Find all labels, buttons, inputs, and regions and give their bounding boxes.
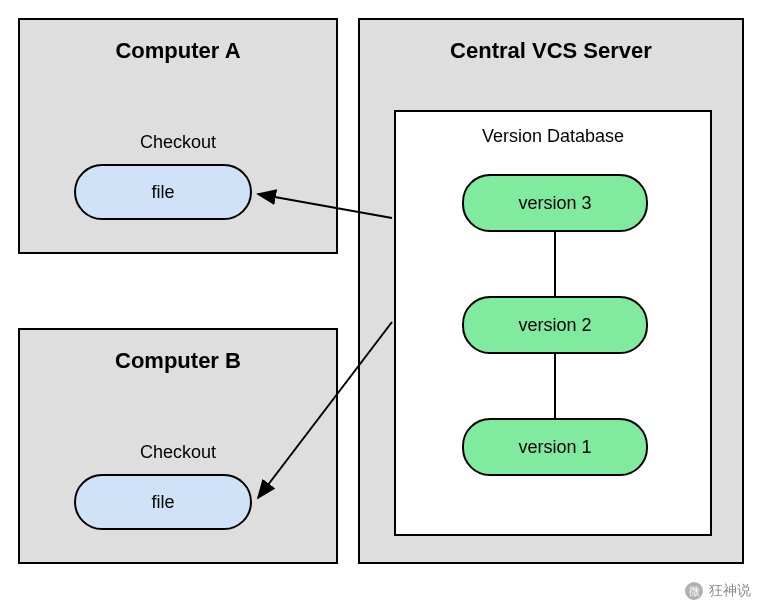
computer-b-file-pill: file xyxy=(74,474,252,530)
version-database-label: Version Database xyxy=(396,126,710,147)
version-database-box: Version Database version 3 version 2 ver… xyxy=(394,110,712,536)
computer-b-title: Computer B xyxy=(20,348,336,374)
computer-a-file-pill: file xyxy=(74,164,252,220)
computer-b-checkout-label: Checkout xyxy=(20,442,336,463)
computer-b-file-label: file xyxy=(151,492,174,513)
computer-a-title: Computer A xyxy=(20,38,336,64)
server-title: Central VCS Server xyxy=(360,38,742,64)
version-2-label: version 2 xyxy=(518,315,591,336)
computer-b-panel: Computer B Checkout file xyxy=(18,328,338,564)
watermark-text: 狂神说 xyxy=(709,582,751,600)
connector-v3-v2 xyxy=(554,232,556,296)
watermark: 微 狂神说 xyxy=(685,582,751,600)
version-3-pill: version 3 xyxy=(462,174,648,232)
computer-a-panel: Computer A Checkout file xyxy=(18,18,338,254)
computer-a-file-label: file xyxy=(151,182,174,203)
version-1-pill: version 1 xyxy=(462,418,648,476)
version-1-label: version 1 xyxy=(518,437,591,458)
version-3-label: version 3 xyxy=(518,193,591,214)
wechat-icon: 微 xyxy=(685,582,703,600)
server-panel: Central VCS Server Version Database vers… xyxy=(358,18,744,564)
version-2-pill: version 2 xyxy=(462,296,648,354)
connector-v2-v1 xyxy=(554,354,556,418)
computer-a-checkout-label: Checkout xyxy=(20,132,336,153)
